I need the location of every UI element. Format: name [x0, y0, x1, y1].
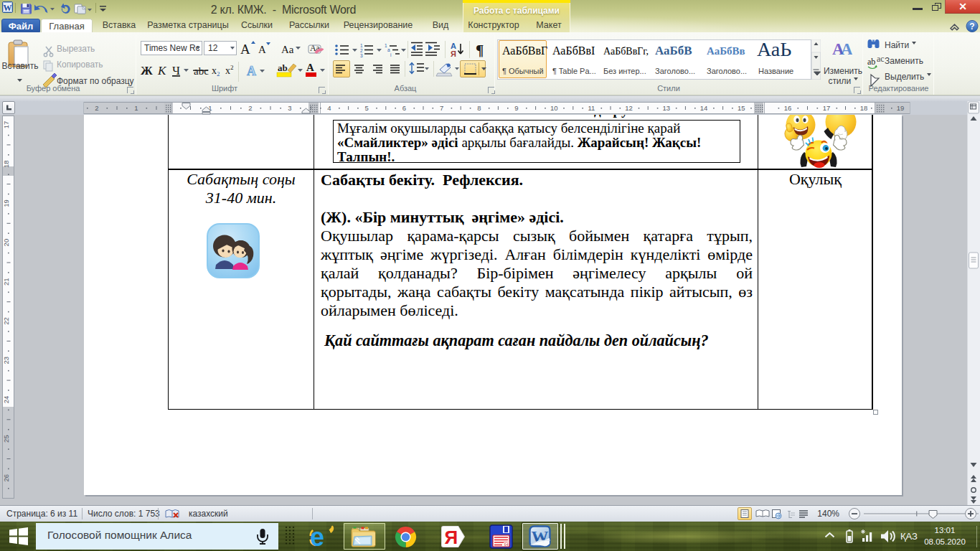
- svg-text:e: e: [310, 524, 324, 550]
- svg-text:ab: ab: [278, 62, 288, 73]
- svg-text:24: 24: [2, 396, 10, 404]
- svg-text:15: 15: [738, 104, 745, 112]
- svg-text:abc: abc: [194, 65, 209, 77]
- svg-text:W: W: [4, 3, 12, 13]
- svg-text:7: 7: [440, 104, 443, 112]
- svg-text:17: 17: [823, 104, 831, 112]
- svg-text:1: 1: [134, 104, 138, 112]
- svg-text:А: А: [240, 42, 250, 57]
- svg-text:1: 1: [360, 43, 363, 48]
- svg-text:а: а: [387, 47, 390, 52]
- svg-text:23: 23: [2, 357, 10, 364]
- svg-text:2: 2: [95, 104, 98, 112]
- svg-text:22: 22: [2, 317, 10, 325]
- svg-text:13: 13: [663, 104, 671, 112]
- svg-text:11: 11: [588, 104, 595, 112]
- svg-text:Аа: Аа: [281, 44, 294, 55]
- svg-text:Я: Я: [451, 50, 456, 58]
- svg-text:Ж: Ж: [141, 64, 153, 77]
- svg-text:2: 2: [230, 64, 234, 71]
- svg-text:26: 26: [2, 474, 10, 482]
- svg-text:9: 9: [514, 104, 518, 112]
- svg-text:Ч: Ч: [172, 64, 180, 77]
- svg-text:А: А: [841, 40, 852, 57]
- svg-text:10: 10: [550, 104, 558, 112]
- svg-text:?: ?: [969, 22, 974, 32]
- svg-text:17: 17: [2, 121, 10, 129]
- svg-text:8: 8: [477, 104, 481, 112]
- svg-text:А: А: [247, 64, 256, 78]
- svg-text:19: 19: [2, 199, 10, 207]
- svg-text:14: 14: [700, 104, 708, 112]
- svg-text:5: 5: [365, 104, 369, 112]
- svg-text:x: x: [225, 65, 230, 76]
- svg-text:4: 4: [327, 104, 331, 112]
- svg-text:¶: ¶: [476, 42, 484, 58]
- svg-text:19: 19: [897, 104, 905, 112]
- svg-text:А: А: [306, 62, 314, 73]
- svg-text:i: i: [390, 52, 391, 57]
- svg-text:ab: ab: [867, 57, 875, 67]
- svg-text:64·: 64·: [504, 543, 511, 547]
- svg-text:А: А: [258, 44, 266, 55]
- svg-text:3: 3: [288, 104, 291, 112]
- svg-text:2: 2: [248, 104, 252, 112]
- svg-text:К: К: [157, 64, 167, 77]
- svg-text:16: 16: [784, 104, 792, 112]
- svg-text:6: 6: [402, 104, 406, 112]
- svg-text:ac: ac: [877, 54, 885, 64]
- svg-text:20: 20: [2, 239, 10, 247]
- svg-text:3: 3: [360, 53, 363, 58]
- svg-text:21: 21: [2, 278, 10, 286]
- svg-text:18: 18: [2, 160, 10, 168]
- svg-text:25: 25: [2, 435, 10, 443]
- svg-text:x: x: [212, 65, 217, 76]
- svg-text:18: 18: [860, 104, 868, 112]
- svg-text:12: 12: [625, 104, 633, 112]
- svg-text:2: 2: [360, 48, 363, 53]
- svg-text:Я: Я: [445, 527, 458, 548]
- svg-text:2: 2: [217, 70, 220, 77]
